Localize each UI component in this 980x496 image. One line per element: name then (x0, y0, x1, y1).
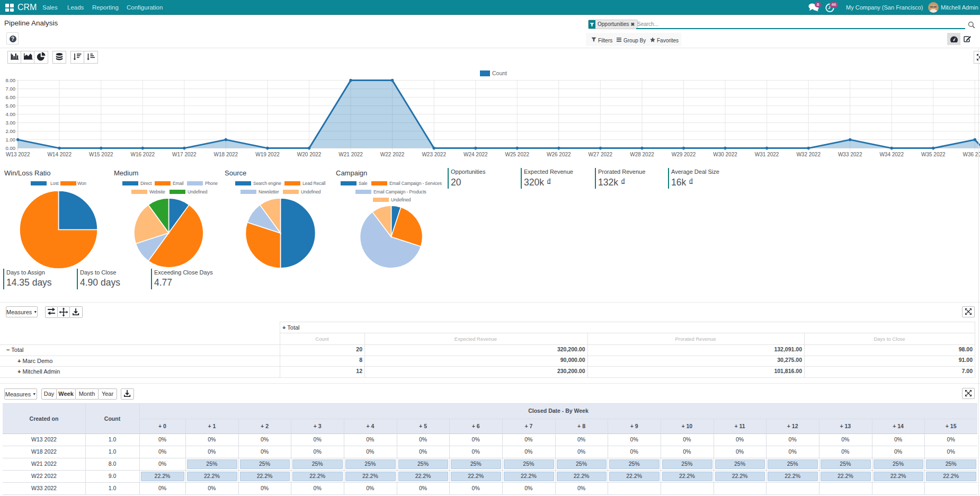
svg-text:W13 2022: W13 2022 (6, 152, 30, 157)
svg-text:W25 2022: W25 2022 (505, 152, 530, 157)
svg-text:W32 2022: W32 2022 (796, 152, 821, 157)
svg-text:W18 2022: W18 2022 (214, 152, 238, 157)
svg-text:6.00: 6.00 (6, 94, 16, 100)
svg-text:3.00: 3.00 (6, 120, 16, 126)
svg-text:7.00: 7.00 (6, 86, 16, 92)
svg-text:0.00: 0.00 (6, 145, 16, 151)
svg-text:W23 2022: W23 2022 (422, 152, 446, 157)
svg-text:W30 2022: W30 2022 (713, 152, 737, 157)
svg-text:W34 2022: W34 2022 (879, 152, 904, 157)
svg-text:8.00: 8.00 (6, 77, 16, 83)
svg-text:W19 2022: W19 2022 (255, 152, 280, 157)
svg-text:W16 2022: W16 2022 (131, 152, 155, 157)
svg-text:4.00: 4.00 (6, 111, 16, 117)
svg-text:W21 2022: W21 2022 (338, 152, 363, 157)
svg-text:5.00: 5.00 (6, 103, 16, 109)
svg-text:1.00: 1.00 (6, 137, 16, 143)
svg-text:W14 2022: W14 2022 (47, 152, 72, 157)
svg-text:2.00: 2.00 (6, 128, 16, 134)
svg-text:W31 2022: W31 2022 (755, 152, 779, 157)
svg-text:W27 2022: W27 2022 (589, 152, 613, 157)
svg-text:W24 2022: W24 2022 (464, 152, 488, 157)
svg-text:W28 2022: W28 2022 (630, 152, 654, 157)
svg-text:W29 2022: W29 2022 (672, 152, 696, 157)
svg-text:W36 2022: W36 2022 (963, 152, 980, 157)
svg-text:W35 2022: W35 2022 (921, 152, 946, 157)
svg-text:W17 2022: W17 2022 (172, 152, 197, 157)
svg-text:W20 2022: W20 2022 (297, 152, 322, 157)
svg-text:W15 2022: W15 2022 (89, 152, 113, 157)
svg-text:W22 2022: W22 2022 (380, 152, 405, 157)
svg-text:W26 2022: W26 2022 (547, 152, 571, 157)
svg-text:W33 2022: W33 2022 (838, 152, 862, 157)
